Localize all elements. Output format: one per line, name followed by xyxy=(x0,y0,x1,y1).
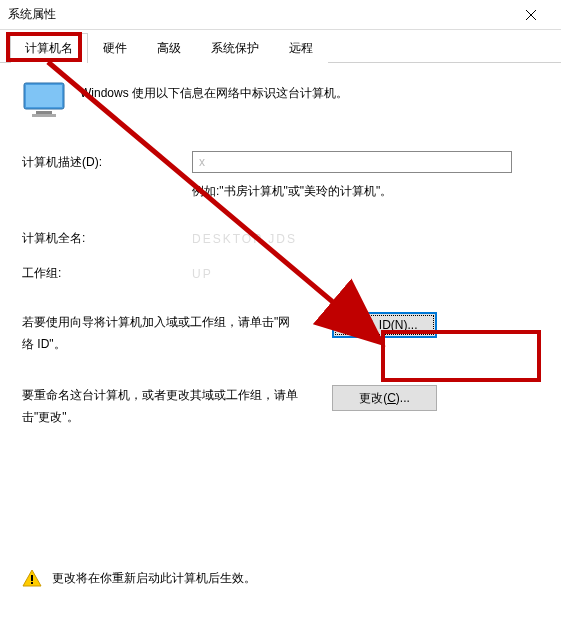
fullname-value: DESKTOP JDS xyxy=(192,232,297,246)
svg-rect-8 xyxy=(31,582,33,584)
fullname-row: 计算机全名: DESKTOP JDS xyxy=(22,230,539,247)
description-row: 计算机描述(D): xyxy=(22,151,539,173)
content: Windows 使用以下信息在网络中标识这台计算机。 计算机描述(D): 例如:… xyxy=(0,63,561,606)
workgroup-value: UP xyxy=(192,267,213,281)
tab-computer-name[interactable]: 计算机名 xyxy=(10,33,88,63)
warning-icon xyxy=(22,568,42,588)
close-icon xyxy=(525,9,537,21)
tab-hardware[interactable]: 硬件 xyxy=(88,33,142,63)
description-input[interactable] xyxy=(192,151,512,173)
fullname-label: 计算机全名: xyxy=(22,230,192,247)
description-label: 计算机描述(D): xyxy=(22,154,192,171)
tab-label: 计算机名 xyxy=(25,41,73,55)
svg-rect-7 xyxy=(31,575,33,581)
tab-system-protection[interactable]: 系统保护 xyxy=(196,33,274,63)
window-title: 系统属性 xyxy=(8,6,508,23)
network-id-block: 若要使用向导将计算机加入域或工作组，请单击"网络 ID"。 网络 ID(N)..… xyxy=(22,312,539,355)
intro-row: Windows 使用以下信息在网络中标识这台计算机。 xyxy=(22,81,539,121)
tab-label: 系统保护 xyxy=(211,41,259,55)
monitor-icon xyxy=(22,81,66,121)
change-button[interactable]: 更改(C)... xyxy=(332,385,437,411)
rename-block: 要重命名这台计算机，或者更改其域或工作组，请单击"更改"。 更改(C)... xyxy=(22,385,539,428)
network-id-text: 若要使用向导将计算机加入域或工作组，请单击"网络 ID"。 xyxy=(22,312,302,355)
rename-text: 要重命名这台计算机，或者更改其域或工作组，请单击"更改"。 xyxy=(22,385,302,428)
workgroup-label: 工作组: xyxy=(22,265,192,282)
tab-label: 远程 xyxy=(289,41,313,55)
footer-block: 更改将在你重新启动此计算机后生效。 xyxy=(22,568,539,588)
titlebar: 系统属性 xyxy=(0,0,561,30)
workgroup-row: 工作组: UP xyxy=(22,265,539,282)
description-hint: 例如:"书房计算机"或"美玲的计算机"。 xyxy=(192,183,539,200)
svg-rect-5 xyxy=(32,114,56,117)
tab-label: 硬件 xyxy=(103,41,127,55)
footer-text: 更改将在你重新启动此计算机后生效。 xyxy=(52,570,256,587)
network-id-button[interactable]: 网络 ID(N)... xyxy=(332,312,437,338)
close-button[interactable] xyxy=(508,1,553,29)
svg-rect-4 xyxy=(36,111,52,114)
tabs: 计算机名 硬件 高级 系统保护 远程 xyxy=(0,32,561,63)
tab-label: 高级 xyxy=(157,41,181,55)
intro-text: Windows 使用以下信息在网络中标识这台计算机。 xyxy=(80,81,348,102)
tab-advanced[interactable]: 高级 xyxy=(142,33,196,63)
svg-rect-3 xyxy=(26,85,62,107)
tab-remote[interactable]: 远程 xyxy=(274,33,328,63)
